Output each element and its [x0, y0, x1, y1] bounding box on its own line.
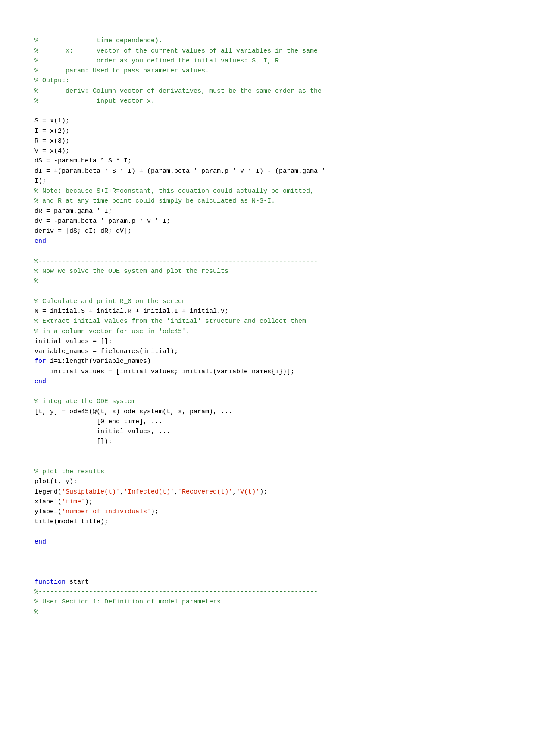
- string-xlabel: 'time': [62, 498, 85, 506]
- comment-plot: % plot the results: [34, 468, 104, 475]
- comment-column: % in a column vector for use in 'ode45'.: [34, 328, 190, 335]
- code-ylabel-close: );: [151, 508, 159, 515]
- comment-line-6: % input vector x.: [34, 97, 155, 105]
- code-initial-values: initial_values = [];: [34, 338, 112, 345]
- code-variable-names: variable_names = fieldnames(initial);: [34, 348, 178, 355]
- code-xlabel-close: );: [85, 498, 93, 506]
- comment-output: % Output:: [34, 77, 69, 84]
- code-ds: dS = -param.beta * S * I;: [34, 157, 131, 165]
- code-ode45-2: [0 end_time], ...: [34, 418, 163, 425]
- comment-note-2: % and R at any time point could simply b…: [34, 197, 275, 205]
- code-function-start: start: [66, 578, 89, 586]
- code-ode45-4: []);: [34, 438, 112, 445]
- comment-line-2: % x: Vector of the current values of all…: [34, 47, 318, 55]
- comment-line-3: % order as you defined the inital values…: [34, 57, 279, 65]
- string-legend-2: 'Infected(t)': [124, 488, 174, 496]
- code-plot: plot(t, y);: [34, 478, 77, 485]
- comment-note-1: % Note: because S+I+R=constant, this equ…: [34, 187, 314, 195]
- keyword-end-1: end: [34, 237, 46, 245]
- string-legend-1: 'Susiptable(t)': [62, 488, 120, 496]
- code-n: N = initial.S + initial.R + initial.I + …: [34, 308, 228, 315]
- comment-line-5: % deriv: Column vector of derivatives, m…: [34, 87, 322, 95]
- comment-user-section: % User Section 1: Definition of model pa…: [34, 598, 221, 606]
- keyword-for: for: [34, 358, 46, 365]
- string-legend-3: 'Recovered(t)': [178, 488, 232, 496]
- code-deriv: deriv = [dS; dI; dR; dV];: [34, 228, 131, 235]
- keyword-end-3: end: [34, 538, 46, 546]
- code-legend-4: ,: [232, 488, 236, 496]
- code-dv: dV = -param.beta * param.p * V * I;: [34, 218, 170, 225]
- code-ode45: [t, y] = ode45(@(t, x) ode_system(t, x, …: [34, 408, 232, 415]
- comment-separator-2: %---------------------------------------…: [34, 278, 318, 285]
- code-xlabel: xlabel(: [34, 498, 62, 506]
- code-i: I = x(2);: [34, 128, 69, 135]
- code-legend-1: legend(: [34, 488, 62, 496]
- code-v: V = x(4);: [34, 147, 69, 155]
- keyword-function: function: [34, 578, 66, 586]
- code-di-2: I);: [34, 178, 46, 185]
- code-legend-2: ,: [120, 488, 124, 496]
- code-ode45-3: initial_values, ...: [34, 428, 170, 435]
- code-s: S = x(1);: [34, 117, 69, 125]
- comment-separator-1: %---------------------------------------…: [34, 258, 318, 265]
- comment-separator-3: %---------------------------------------…: [34, 588, 318, 596]
- code-legend-5: );: [260, 488, 267, 496]
- comment-extract: % Extract initial values from the 'initi…: [34, 318, 306, 325]
- code-r: R = x(3);: [34, 137, 69, 145]
- comment-r0: % Calculate and print R_0 on the screen: [34, 298, 186, 305]
- string-legend-4: 'V(t)': [236, 488, 260, 496]
- code-for-body: initial_values = [initial_values; initia…: [34, 368, 294, 375]
- keyword-end-2: end: [34, 378, 46, 385]
- code-dr: dR = param.gama * I;: [34, 208, 112, 215]
- string-ylabel: 'number of individuals': [62, 508, 151, 515]
- code-legend-3: ,: [174, 488, 178, 496]
- code-title: title(model_title);: [34, 518, 108, 525]
- comment-solve: % Now we solve the ODE system and plot t…: [34, 268, 228, 275]
- code-ylabel: ylabel(: [34, 508, 62, 515]
- comment-line-1: % time dependence).: [34, 37, 163, 44]
- code-editor: % time dependence). % x: Vector of the c…: [34, 26, 509, 617]
- code-for-loop: i=1:length(variable_names): [46, 358, 151, 365]
- comment-line-4: % param: Used to pass parameter values.: [34, 67, 209, 75]
- comment-integrate: % integrate the ODE system: [34, 398, 135, 405]
- comment-separator-4: %---------------------------------------…: [34, 609, 318, 616]
- code-di: dI = +(param.beta * S * I) + (param.beta…: [34, 168, 325, 175]
